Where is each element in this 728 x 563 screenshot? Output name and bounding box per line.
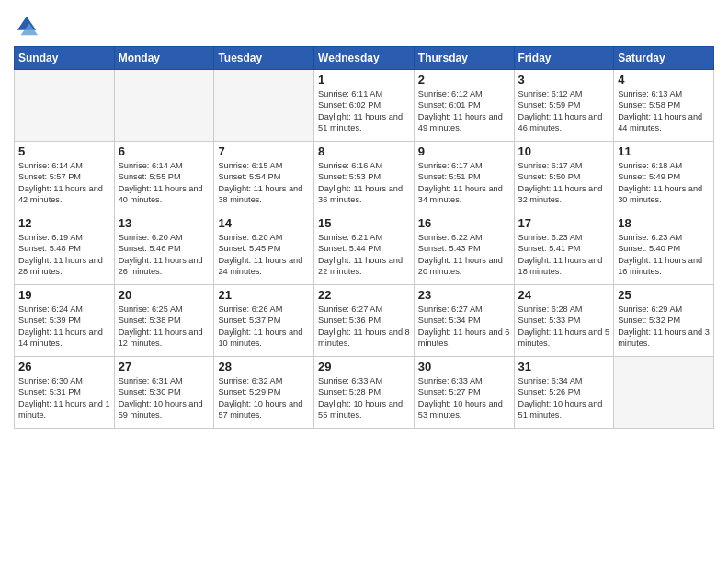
calendar-cell: 7Sunrise: 6:15 AM Sunset: 5:54 PM Daylig… — [214, 142, 314, 213]
day-number: 26 — [18, 360, 110, 373]
calendar-cell: 14Sunrise: 6:20 AM Sunset: 5:45 PM Dayli… — [214, 213, 314, 285]
day-info: Sunrise: 6:15 AM Sunset: 5:54 PM Dayligh… — [218, 160, 310, 206]
day-info: Sunrise: 6:29 AM Sunset: 5:32 PM Dayligh… — [618, 304, 710, 350]
day-info: Sunrise: 6:12 AM Sunset: 5:59 PM Dayligh… — [518, 88, 610, 134]
day-number: 7 — [218, 144, 310, 158]
calendar-cell: 19Sunrise: 6:24 AM Sunset: 5:39 PM Dayli… — [15, 285, 115, 357]
day-info: Sunrise: 6:11 AM Sunset: 6:02 PM Dayligh… — [318, 88, 410, 134]
day-number: 21 — [218, 288, 310, 302]
day-number: 3 — [518, 73, 610, 86]
calendar-cell: 6Sunrise: 6:14 AM Sunset: 5:55 PM Daylig… — [114, 142, 214, 213]
day-info: Sunrise: 6:14 AM Sunset: 5:55 PM Dayligh… — [119, 160, 210, 206]
day-info: Sunrise: 6:19 AM Sunset: 5:48 PM Dayligh… — [18, 232, 110, 278]
day-info: Sunrise: 6:34 AM Sunset: 5:26 PM Dayligh… — [518, 375, 610, 421]
calendar-cell: 4Sunrise: 6:13 AM Sunset: 5:58 PM Daylig… — [614, 70, 714, 142]
day-info: Sunrise: 6:32 AM Sunset: 5:29 PM Dayligh… — [218, 375, 310, 421]
calendar-cell: 30Sunrise: 6:33 AM Sunset: 5:27 PM Dayli… — [414, 357, 514, 429]
calendar-cell: 24Sunrise: 6:28 AM Sunset: 5:33 PM Dayli… — [514, 285, 614, 357]
day-number: 27 — [119, 360, 210, 373]
day-number: 6 — [119, 144, 210, 158]
logo — [14, 13, 41, 39]
day-info: Sunrise: 6:20 AM Sunset: 5:45 PM Dayligh… — [218, 232, 310, 278]
header-day: Tuesday — [214, 47, 314, 70]
day-info: Sunrise: 6:14 AM Sunset: 5:57 PM Dayligh… — [18, 160, 110, 206]
calendar-cell: 13Sunrise: 6:20 AM Sunset: 5:46 PM Dayli… — [114, 213, 214, 285]
calendar-cell: 9Sunrise: 6:17 AM Sunset: 5:51 PM Daylig… — [414, 142, 514, 213]
day-number: 30 — [418, 360, 510, 373]
calendar-week-row: 1Sunrise: 6:11 AM Sunset: 6:02 PM Daylig… — [15, 70, 714, 142]
calendar-cell — [15, 70, 115, 142]
day-number: 23 — [418, 288, 510, 302]
calendar-cell: 17Sunrise: 6:23 AM Sunset: 5:41 PM Dayli… — [514, 213, 614, 285]
calendar-cell: 5Sunrise: 6:14 AM Sunset: 5:57 PM Daylig… — [15, 142, 115, 213]
day-number: 15 — [318, 216, 410, 230]
day-number: 18 — [618, 216, 710, 230]
calendar-cell: 16Sunrise: 6:22 AM Sunset: 5:43 PM Dayli… — [414, 213, 514, 285]
calendar-table: SundayMondayTuesdayWednesdayThursdayFrid… — [14, 46, 714, 429]
day-number: 2 — [418, 73, 510, 86]
calendar-cell: 3Sunrise: 6:12 AM Sunset: 5:59 PM Daylig… — [514, 70, 614, 142]
header-row: SundayMondayTuesdayWednesdayThursdayFrid… — [15, 47, 714, 70]
header-day: Thursday — [414, 47, 514, 70]
day-info: Sunrise: 6:22 AM Sunset: 5:43 PM Dayligh… — [418, 232, 510, 278]
day-number: 20 — [119, 288, 210, 302]
day-info: Sunrise: 6:25 AM Sunset: 5:38 PM Dayligh… — [119, 304, 210, 350]
day-number: 29 — [318, 360, 410, 373]
day-info: Sunrise: 6:33 AM Sunset: 5:27 PM Dayligh… — [418, 375, 510, 421]
calendar-cell: 11Sunrise: 6:18 AM Sunset: 5:49 PM Dayli… — [614, 142, 714, 213]
day-number: 24 — [518, 288, 610, 302]
day-number: 13 — [119, 216, 210, 230]
day-info: Sunrise: 6:23 AM Sunset: 5:41 PM Dayligh… — [518, 232, 610, 278]
calendar-cell: 31Sunrise: 6:34 AM Sunset: 5:26 PM Dayli… — [514, 357, 614, 429]
calendar-week-row: 12Sunrise: 6:19 AM Sunset: 5:48 PM Dayli… — [15, 213, 714, 285]
day-number: 9 — [418, 144, 510, 158]
day-info: Sunrise: 6:27 AM Sunset: 5:34 PM Dayligh… — [418, 304, 510, 350]
calendar-cell: 20Sunrise: 6:25 AM Sunset: 5:38 PM Dayli… — [114, 285, 214, 357]
calendar-cell — [614, 357, 714, 429]
day-number: 8 — [318, 144, 410, 158]
header-day: Saturday — [614, 47, 714, 70]
calendar-week-row: 19Sunrise: 6:24 AM Sunset: 5:39 PM Dayli… — [15, 285, 714, 357]
calendar-cell: 22Sunrise: 6:27 AM Sunset: 5:36 PM Dayli… — [314, 285, 415, 357]
day-number: 19 — [18, 288, 110, 302]
calendar-cell: 28Sunrise: 6:32 AM Sunset: 5:29 PM Dayli… — [214, 357, 314, 429]
calendar-cell: 12Sunrise: 6:19 AM Sunset: 5:48 PM Dayli… — [15, 213, 115, 285]
day-number: 28 — [218, 360, 310, 373]
calendar-week-row: 5Sunrise: 6:14 AM Sunset: 5:57 PM Daylig… — [15, 142, 714, 213]
day-number: 11 — [618, 144, 710, 158]
calendar-week-row: 26Sunrise: 6:30 AM Sunset: 5:31 PM Dayli… — [15, 357, 714, 429]
header — [14, 9, 714, 39]
day-info: Sunrise: 6:17 AM Sunset: 5:50 PM Dayligh… — [518, 160, 610, 206]
day-number: 12 — [18, 216, 110, 230]
day-number: 25 — [618, 288, 710, 302]
day-info: Sunrise: 6:31 AM Sunset: 5:30 PM Dayligh… — [119, 375, 210, 421]
calendar-cell: 10Sunrise: 6:17 AM Sunset: 5:50 PM Dayli… — [514, 142, 614, 213]
day-number: 31 — [518, 360, 610, 373]
calendar-cell — [114, 70, 214, 142]
day-number: 17 — [518, 216, 610, 230]
day-info: Sunrise: 6:20 AM Sunset: 5:46 PM Dayligh… — [119, 232, 210, 278]
day-info: Sunrise: 6:21 AM Sunset: 5:44 PM Dayligh… — [318, 232, 410, 278]
day-number: 1 — [318, 73, 410, 86]
day-info: Sunrise: 6:16 AM Sunset: 5:53 PM Dayligh… — [318, 160, 410, 206]
header-day: Sunday — [15, 47, 115, 70]
header-day: Friday — [514, 47, 614, 70]
calendar-cell: 18Sunrise: 6:23 AM Sunset: 5:40 PM Dayli… — [614, 213, 714, 285]
day-info: Sunrise: 6:12 AM Sunset: 6:01 PM Dayligh… — [418, 88, 510, 134]
calendar-cell: 8Sunrise: 6:16 AM Sunset: 5:53 PM Daylig… — [314, 142, 415, 213]
day-number: 14 — [218, 216, 310, 230]
day-info: Sunrise: 6:17 AM Sunset: 5:51 PM Dayligh… — [418, 160, 510, 206]
day-info: Sunrise: 6:26 AM Sunset: 5:37 PM Dayligh… — [218, 304, 310, 350]
day-number: 22 — [318, 288, 410, 302]
calendar-cell: 23Sunrise: 6:27 AM Sunset: 5:34 PM Dayli… — [414, 285, 514, 357]
header-day: Wednesday — [314, 47, 415, 70]
page-container: SundayMondayTuesdayWednesdayThursdayFrid… — [0, 0, 728, 438]
day-number: 5 — [18, 144, 110, 158]
header-day: Monday — [114, 47, 214, 70]
day-info: Sunrise: 6:27 AM Sunset: 5:36 PM Dayligh… — [318, 304, 410, 350]
calendar-cell: 21Sunrise: 6:26 AM Sunset: 5:37 PM Dayli… — [214, 285, 314, 357]
day-info: Sunrise: 6:13 AM Sunset: 5:58 PM Dayligh… — [618, 88, 710, 134]
calendar-cell: 15Sunrise: 6:21 AM Sunset: 5:44 PM Dayli… — [314, 213, 415, 285]
calendar-cell: 26Sunrise: 6:30 AM Sunset: 5:31 PM Dayli… — [15, 357, 115, 429]
day-info: Sunrise: 6:18 AM Sunset: 5:49 PM Dayligh… — [618, 160, 710, 206]
